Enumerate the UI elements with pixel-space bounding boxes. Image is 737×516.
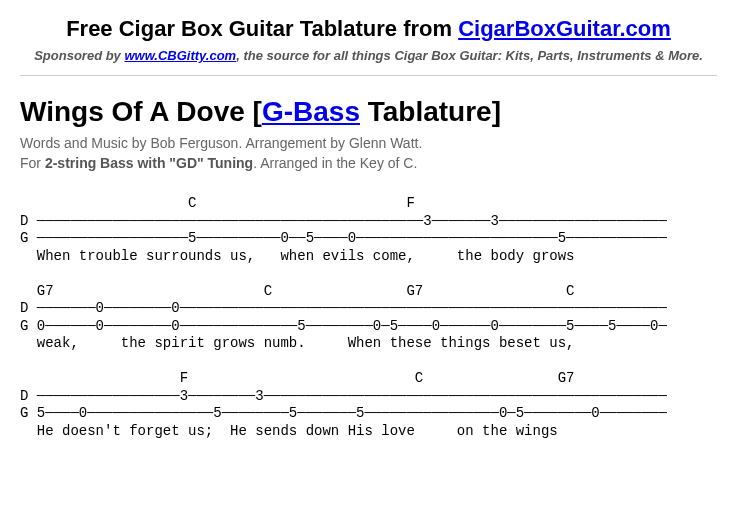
banner-link[interactable]: CigarBoxGuitar.com — [458, 16, 671, 41]
divider — [20, 75, 717, 76]
meta-tuning: 2-string Bass with "GD" Tuning — [45, 155, 253, 171]
title-after: Tablature] — [360, 96, 501, 127]
meta-block: Words and Music by Bob Ferguson. Arrange… — [20, 134, 717, 173]
meta-line2c: . Arranged in the Key of C. — [253, 155, 417, 171]
title-link[interactable]: G-Bass — [262, 96, 360, 127]
sponsor-link[interactable]: www.CBGitty.com — [124, 48, 236, 63]
meta-line2a: For — [20, 155, 45, 171]
sponsor-line: Sponsored by www.CBGitty.com, the source… — [20, 48, 717, 63]
sponsor-prefix: Sponsored by — [34, 48, 124, 63]
banner-title: Free Cigar Box Guitar Tablature from Cig… — [20, 16, 717, 42]
title-song: Wings Of A Dove [ — [20, 96, 262, 127]
sponsor-suffix: , the source for all things Cigar Box Gu… — [236, 48, 703, 63]
page-title: Wings Of A Dove [G-Bass Tablature] — [20, 96, 717, 128]
tablature-block: C F D ──────────────────────────────────… — [20, 195, 717, 440]
meta-line1: Words and Music by Bob Ferguson. Arrange… — [20, 135, 422, 151]
banner-prefix: Free Cigar Box Guitar Tablature from — [66, 16, 458, 41]
